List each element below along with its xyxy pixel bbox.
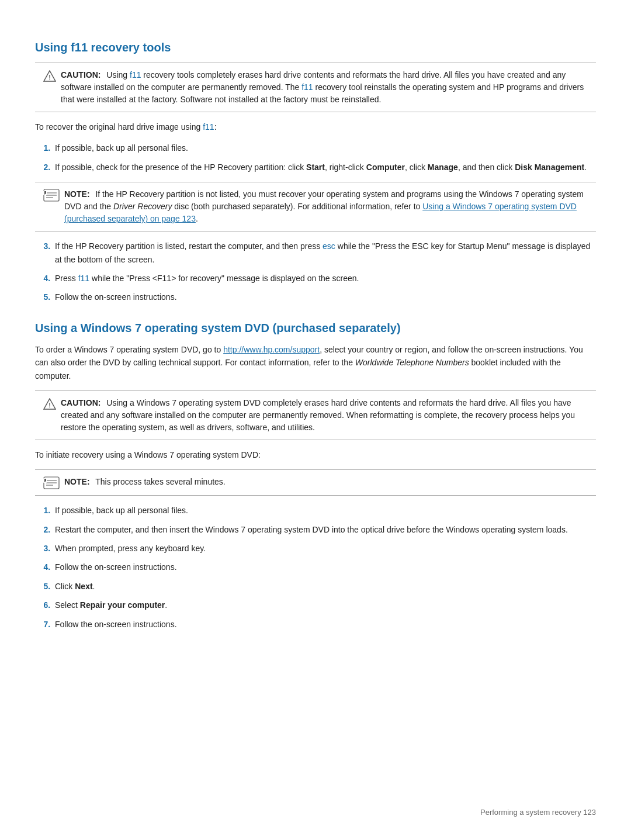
f11-step-4: Press f11 while the "Press <F11> for rec… [53,272,596,285]
caution-text-f11: CAUTION: Using f11 recovery tools comple… [61,69,588,106]
note-icon [43,189,60,202]
hp-support-link[interactable]: http://www.hp.com/support [223,345,320,354]
f11-intro: To recover the original hard drive image… [35,120,596,133]
svg-text:!: ! [48,402,51,409]
svg-text:!: ! [48,74,51,81]
caution-triangle-icon: ! [43,70,56,82]
dvd-step-7: Follow the on-screen instructions. [53,618,596,631]
caution-box-dvd: ! CAUTION: Using a Windows 7 operating s… [35,390,596,440]
f11-steps-list-continued: If the HP Recovery partition is listed, … [53,240,596,304]
dvd-step-2: Restart the computer, and then insert th… [53,523,596,536]
f11-step-1: If possible, back up all personal files. [53,141,596,154]
caution-box-f11: ! CAUTION: Using f11 recovery tools comp… [35,63,596,112]
note-box-dvd: NOTE: This process takes several minutes… [35,469,596,496]
f11-step-5: Follow the on-screen instructions. [53,291,596,303]
f11-steps-list: If possible, back up all personal files.… [53,141,596,174]
dvd-intro2: To initiate recovery using a Windows 7 o… [35,448,596,461]
f11-step-3: If the HP Recovery partition is listed, … [53,240,596,266]
note-text-f11: NOTE: If the HP Recovery partition is no… [64,188,588,225]
dvd-step-3: When prompted, press any keyboard key. [53,542,596,555]
dvd-steps-list: If possible, back up all personal files.… [53,504,596,631]
dvd-step-1: If possible, back up all personal files. [53,504,596,517]
note-box-f11: NOTE: If the HP Recovery partition is no… [35,182,596,231]
section-title-f11: Using f11 recovery tools [35,41,596,54]
note-text-dvd: NOTE: This process takes several minutes… [64,476,226,488]
caution-triangle-icon-2: ! [43,398,56,410]
note-icon-dvd [43,476,60,489]
dvd-step-4: Follow the on-screen instructions. [53,561,596,573]
caution-text-dvd: CAUTION: Using a Windows 7 operating sys… [61,397,588,434]
dvd-intro: To order a Windows 7 operating system DV… [35,343,596,382]
f11-step-2: If possible, check for the presence of t… [53,161,596,174]
dvd-step-5: Click Next. [53,580,596,593]
section-title-dvd: Using a Windows 7 operating system DVD (… [35,322,596,335]
page-footer: Performing a system recovery 123 [480,808,596,817]
dvd-step-6: Select Repair your computer. [53,599,596,611]
